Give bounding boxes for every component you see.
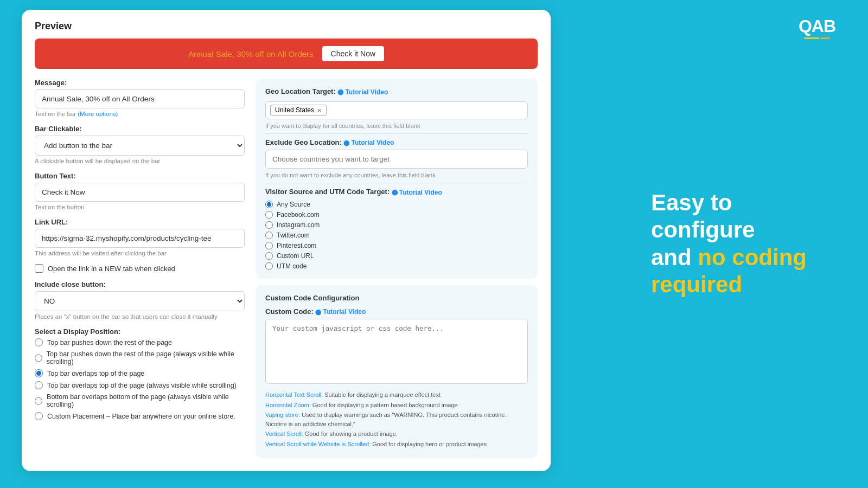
visitor-source-4: Pinterest.com: [265, 242, 528, 249]
display-position-radio-0: Top bar pushes down the rest of the page: [35, 338, 245, 346]
code-hint-link-2[interactable]: Vaping store:: [265, 412, 300, 418]
visitor-source-0: Any Source: [265, 201, 528, 208]
link-url-hint: This address will be visited after click…: [35, 250, 245, 256]
exclude-geo-label: Exclude Geo Location: Tutorial Video: [265, 138, 528, 147]
display-position-field-group: Select a Display Position: Top bar pushe…: [35, 328, 245, 420]
visitor-source-radio-6[interactable]: [265, 262, 273, 270]
preview-bar-message: Annual Sale, 30% off on All Orders: [188, 49, 314, 59]
visitor-source-6: UTM code: [265, 262, 528, 270]
display-position-radio-input-4[interactable]: [35, 397, 42, 405]
display-position-radio-2: Top bar overlaps top of the page: [35, 369, 245, 377]
hero-text: Easy toconfigure and no codingrequired: [651, 189, 835, 299]
visitor-source-label-0: Any Source: [277, 201, 310, 208]
code-hint-0: Horizontal Text Scroll: Suitable for dis…: [265, 390, 528, 400]
preview-bar-button[interactable]: Check it Now: [322, 46, 384, 61]
link-url-field-group: Link URL: This address will be visited a…: [35, 218, 245, 256]
visitor-source-2: Instagram.com: [265, 221, 528, 229]
visitor-source-1: Facebook.com: [265, 211, 528, 219]
hero-line3: and: [651, 245, 698, 270]
message-field-group: Message: Text on the bar (More options): [35, 79, 245, 117]
new-tab-checkbox-row: Open the link in a NEW tab when clicked: [35, 264, 245, 273]
display-position-radio-1: Top bar pushes down the rest of the page…: [35, 350, 245, 365]
geo-tag-remove[interactable]: ×: [317, 106, 322, 114]
button-text-field-group: Button Text: Text on the button: [35, 172, 245, 210]
display-position-radio-input-0[interactable]: [35, 338, 43, 346]
display-position-radio-5: Custom Placement – Place bar anywhere on…: [35, 412, 245, 420]
display-position-radio-group: Top bar pushes down the rest of the page…: [35, 338, 245, 420]
close-button-hint: Places an "x" button on the bar so that …: [35, 313, 245, 320]
more-options-link[interactable]: (More options): [78, 111, 118, 117]
geo-location-title: Geo Location Target: Tutorial Video: [265, 87, 528, 96]
close-button-field-group: Include close button: NO Places an "x" b…: [35, 280, 245, 320]
visitor-source-radio-2[interactable]: [265, 221, 273, 229]
visitor-source-radio-4[interactable]: [265, 242, 273, 249]
visitor-source-5: Custom URL: [265, 252, 528, 260]
main-card: Preview Annual Sale, 30% off on All Orde…: [22, 10, 551, 471]
visitor-source-label-1: Facebook.com: [277, 211, 320, 219]
display-position-radio-input-5[interactable]: [35, 412, 43, 420]
display-position-radio-3: Top bar overlaps top of the page (always…: [35, 381, 245, 389]
geo-hint: If you want to display for all countries…: [265, 123, 528, 129]
display-position-radio-input-2[interactable]: [35, 369, 43, 377]
two-col-layout: Message: Text on the bar (More options) …: [35, 79, 538, 458]
button-text-hint: Text on the button: [35, 204, 245, 210]
visitor-source-title: Visitor Source and UTM Code Target: Tuto…: [265, 188, 528, 196]
visitor-divider: [265, 183, 528, 183]
display-position-radio-label-3: Top bar overlaps top of the page (always…: [47, 382, 237, 389]
qab-underline-yellow: [804, 37, 819, 39]
exclude-geo-input[interactable]: [265, 150, 528, 169]
visitor-source-radio-3[interactable]: [265, 232, 273, 239]
custom-code-tutorial-link[interactable]: Tutorial Video: [315, 308, 366, 316]
message-input[interactable]: [35, 89, 245, 108]
display-position-radio-label-2: Top bar overlaps top of the page: [47, 370, 144, 377]
visitor-source-3: Twitter.com: [265, 232, 528, 239]
preview-title: Preview: [35, 21, 538, 32]
exclude-geo-hint: If you do not want to exclude any countr…: [265, 172, 528, 178]
display-position-radio-4: Bottom bar overlaps bottom of the page (…: [35, 393, 245, 408]
visitor-source-radio-5[interactable]: [265, 252, 273, 260]
geo-tutorial-link[interactable]: Tutorial Video: [337, 88, 388, 96]
custom-code-title: Custom Code Configuration: [265, 294, 528, 302]
hero-line1: Easy toconfigure: [651, 190, 755, 242]
bar-clickable-field-group: Bar Clickable: Add button to the bar A c…: [35, 125, 245, 164]
new-tab-label: Open the link in a NEW tab when clicked: [48, 265, 175, 273]
code-hint-link-4[interactable]: Vertical Scroll while Website is Scrolle…: [265, 441, 371, 447]
exclude-tutorial-link[interactable]: Tutorial Video: [343, 139, 394, 146]
qab-logo: QAB: [799, 16, 835, 39]
visitor-source-radio-1[interactable]: [265, 211, 273, 219]
code-hint-2: Vaping store: Used to display warnings s…: [265, 410, 528, 428]
close-button-select[interactable]: NO: [35, 291, 245, 311]
display-position-radio-input-3[interactable]: [35, 381, 43, 389]
code-hint-link-1[interactable]: Horizontal Zoom:: [265, 402, 311, 408]
display-position-radio-label-4: Bottom bar overlaps bottom of the page (…: [47, 393, 245, 408]
visitor-source-label-3: Twitter.com: [277, 232, 310, 239]
geo-location-panel: Geo Location Target: Tutorial Video Unit…: [256, 79, 538, 279]
visitor-source-radio-group: Any Source Facebook.com Instagram.com Tw…: [265, 201, 528, 270]
right-column: Geo Location Target: Tutorial Video Unit…: [256, 79, 538, 458]
qab-underline-orange: [820, 37, 830, 39]
custom-code-panel: Custom Code Configuration Custom Code: T…: [256, 285, 538, 459]
geo-tag-us: United States ×: [270, 105, 327, 116]
message-label: Message:: [35, 79, 245, 87]
visitor-tutorial-link[interactable]: Tutorial Video: [392, 189, 442, 196]
new-tab-checkbox[interactable]: [35, 264, 43, 273]
message-hint: Text on the bar (More options): [35, 111, 245, 117]
bar-clickable-select[interactable]: Add button to the bar: [35, 136, 245, 156]
custom-code-label: Custom Code: Tutorial Video: [265, 307, 528, 316]
button-text-label: Button Text:: [35, 172, 245, 180]
custom-code-textarea[interactable]: [265, 319, 528, 384]
code-hint-3: Vertical Scroll: Good for showing a prod…: [265, 429, 528, 439]
code-hint-link-0[interactable]: Horizontal Text Scroll:: [265, 391, 323, 398]
code-hint-link-3[interactable]: Vertical Scroll:: [265, 431, 303, 437]
geo-divider: [265, 133, 528, 134]
visitor-source-label-6: UTM code: [277, 262, 307, 270]
visitor-source-radio-0[interactable]: [265, 201, 273, 208]
code-hint-4: Vertical Scroll while Website is Scrolle…: [265, 440, 528, 449]
button-text-input[interactable]: [35, 183, 245, 202]
display-position-radio-input-1[interactable]: [35, 354, 42, 362]
link-url-label: Link URL:: [35, 218, 245, 226]
link-url-input[interactable]: [35, 229, 245, 248]
bar-clickable-label: Bar Clickable:: [35, 125, 245, 133]
visitor-source-label-4: Pinterest.com: [277, 242, 316, 249]
display-position-radio-label-1: Top bar pushes down the rest of the page…: [47, 350, 245, 365]
